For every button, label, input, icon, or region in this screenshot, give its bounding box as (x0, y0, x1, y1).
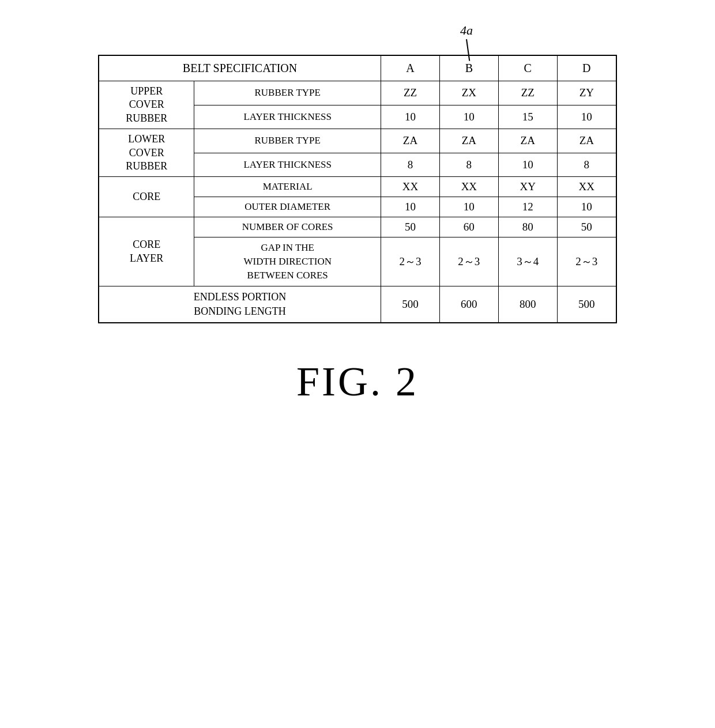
table-row: CORE MATERIAL XX XX XY XX (99, 177, 616, 197)
cell-lower-thickness-a: 8 (381, 153, 440, 177)
header-col-d: D (557, 55, 616, 81)
cell-upper-rubber-b: ZX (439, 81, 498, 105)
cell-endless-d: 500 (557, 286, 616, 323)
table-row: CORELAYER NUMBER OF CORES 50 60 80 50 (99, 217, 616, 237)
cell-outer-diameter-b: 10 (439, 197, 498, 217)
cell-lower-rubber-d: ZA (557, 129, 616, 153)
header-col-c: C (498, 55, 557, 81)
sub-material: MATERIAL (194, 177, 381, 197)
sub-rubber-type-upper: RUBBER TYPE (194, 81, 381, 105)
footer-endless-label: ENDLESS PORTIONBONDING LENGTH (99, 286, 381, 323)
cell-endless-b: 600 (439, 286, 498, 323)
figure-label: FIG. 2 (296, 358, 419, 406)
cell-lower-thickness-d: 8 (557, 153, 616, 177)
cell-material-a: XX (381, 177, 440, 197)
cell-upper-thickness-b: 10 (439, 105, 498, 129)
cell-material-c: XY (498, 177, 557, 197)
cell-num-cores-a: 50 (381, 217, 440, 237)
cell-gap-d: 2～3 (557, 237, 616, 286)
diagram-reference: 4a (460, 23, 473, 61)
cell-upper-rubber-a: ZZ (381, 81, 440, 105)
sub-layer-thickness-upper: LAYER THICKNESS (194, 105, 381, 129)
diagram-label-area: 4a (98, 23, 617, 55)
cell-outer-diameter-a: 10 (381, 197, 440, 217)
cell-outer-diameter-c: 12 (498, 197, 557, 217)
header-belt-spec: BELT SPECIFICATION (99, 55, 381, 81)
sub-layer-thickness-lower: LAYER THICKNESS (194, 153, 381, 177)
group-lower-cover: LOWERCOVERRUBBER (99, 129, 194, 177)
cell-lower-thickness-b: 8 (439, 153, 498, 177)
cell-lower-rubber-b: ZA (439, 129, 498, 153)
cell-num-cores-c: 80 (498, 217, 557, 237)
cell-upper-rubber-c: ZZ (498, 81, 557, 105)
cell-gap-a: 2～3 (381, 237, 440, 286)
belt-specification-table: BELT SPECIFICATION A B C D UPPERCOVERRUB… (98, 55, 617, 323)
group-upper-cover: UPPERCOVERRUBBER (99, 81, 194, 129)
table-row: UPPERCOVERRUBBER RUBBER TYPE ZZ ZX ZZ ZY (99, 81, 616, 105)
reference-arrow (466, 39, 470, 61)
sub-rubber-type-lower: RUBBER TYPE (194, 129, 381, 153)
cell-endless-c: 800 (498, 286, 557, 323)
cell-endless-a: 500 (381, 286, 440, 323)
sub-gap-width: GAP IN THEWIDTH DIRECTIONBETWEEN CORES (194, 237, 381, 286)
cell-gap-b: 2～3 (439, 237, 498, 286)
table-row: LOWERCOVERRUBBER RUBBER TYPE ZA ZA ZA ZA (99, 129, 616, 153)
cell-gap-c: 3～4 (498, 237, 557, 286)
cell-lower-thickness-c: 10 (498, 153, 557, 177)
cell-lower-rubber-a: ZA (381, 129, 440, 153)
sub-outer-diameter: OUTER DIAMETER (194, 197, 381, 217)
cell-upper-thickness-d: 10 (557, 105, 616, 129)
table-row: ENDLESS PORTIONBONDING LENGTH 500 600 80… (99, 286, 616, 323)
cell-num-cores-d: 50 (557, 217, 616, 237)
group-core-layer: CORELAYER (99, 217, 194, 286)
cell-upper-thickness-c: 15 (498, 105, 557, 129)
cell-upper-rubber-d: ZY (557, 81, 616, 105)
cell-num-cores-b: 60 (439, 217, 498, 237)
table-header-row: BELT SPECIFICATION A B C D (99, 55, 616, 81)
cell-outer-diameter-d: 10 (557, 197, 616, 217)
cell-upper-thickness-a: 10 (381, 105, 440, 129)
header-col-a: A (381, 55, 440, 81)
cell-material-d: XX (557, 177, 616, 197)
group-core: CORE (99, 177, 194, 217)
cell-material-b: XX (439, 177, 498, 197)
diagram-label: 4a (460, 23, 473, 38)
cell-lower-rubber-c: ZA (498, 129, 557, 153)
sub-number-of-cores: NUMBER OF CORES (194, 217, 381, 237)
